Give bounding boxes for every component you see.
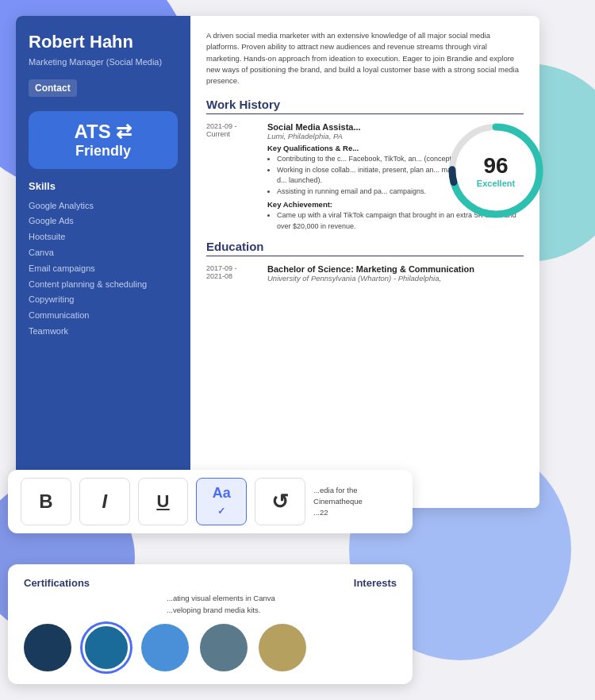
swatch-gold[interactable] <box>259 624 306 671</box>
score-circle-container: 96 Excellent <box>444 119 547 222</box>
education-section: Education 2017-09 -2021-08 Bachelor of S… <box>206 240 524 283</box>
color-palette-row <box>24 624 397 671</box>
score-number: 96 <box>477 153 515 179</box>
skill-google-analytics: Google Analytics <box>29 198 178 214</box>
undo-icon: ↺ <box>271 490 289 514</box>
skill-content-planning: Content planning & scheduling <box>29 277 178 293</box>
underline-button[interactable]: U <box>138 478 189 525</box>
skill-copywriting: Copywriting <box>29 292 178 308</box>
candidate-title: Marketing Manager (Social Media) <box>29 56 178 67</box>
education-title: Education <box>206 240 524 256</box>
ats-line2: Friendly <box>40 143 167 160</box>
bold-icon: B <box>39 490 52 513</box>
font-icon: Aa✓ <box>213 485 231 518</box>
edu-degree-1: Bachelor of Science: Marketing & Communi… <box>267 264 524 274</box>
underline-icon: U <box>157 491 170 512</box>
resume-card: Robert Hahn Marketing Manager (Social Me… <box>16 16 539 508</box>
swatch-medium-blue[interactable] <box>83 624 130 671</box>
undo-button[interactable]: ↺ <box>255 478 305 525</box>
skill-google-ads: Google Ads <box>29 213 178 229</box>
contact-label: Contact <box>29 79 77 97</box>
interests-line1: ...ating visual elements in Canva <box>167 592 397 604</box>
right-text-1: ...edia for the Cinematheque <box>313 485 400 508</box>
swatch-steel-blue[interactable] <box>200 624 248 671</box>
palette-header: Certifications Interests <box>24 577 397 589</box>
candidate-name: Robert Hahn <box>29 32 178 52</box>
work-history-title: Work History <box>206 98 524 114</box>
sidebar: Robert Hahn Marketing Manager (Social Me… <box>16 16 190 508</box>
work-date-1: 2021-09 -Current <box>206 122 258 232</box>
score-label: Excellent <box>477 179 515 188</box>
interests-text: ...ating visual elements in Canva ...vel… <box>167 592 397 616</box>
certifications-label: Certifications <box>24 577 90 589</box>
skill-teamwork: Teamwork <box>29 324 178 340</box>
ats-text: ATS ⇄ <box>40 121 167 143</box>
toolbar-right-text: ...edia for the Cinematheque ...22 <box>313 485 400 519</box>
right-text-2: ...22 <box>313 507 400 518</box>
font-button[interactable]: Aa✓ <box>196 478 247 525</box>
skill-hootsuite: Hootsuite <box>29 229 178 245</box>
skills-label: Skills <box>29 180 178 192</box>
swatch-dark-navy[interactable] <box>24 624 71 671</box>
edu-entry-1: 2017-09 -2021-08 Bachelor of Science: Ma… <box>206 264 524 283</box>
ats-badge: ATS ⇄ Friendly <box>29 111 178 169</box>
skill-email-campaigns: Email campaigns <box>29 261 178 277</box>
interests-label: Interests <box>354 577 397 589</box>
palette-card: Certifications Interests ...ating visual… <box>8 564 413 684</box>
skills-section: Skills Google Analytics Google Ads Hoots… <box>29 180 178 340</box>
toolbar-card: B I U Aa✓ ↺ ...edia for the Cinematheque… <box>8 470 413 533</box>
interests-line2: ...veloping brand media kits. <box>167 604 397 616</box>
resume-content: A driven social media marketer with an e… <box>190 16 539 508</box>
edu-date-1: 2017-09 -2021-08 <box>206 264 258 283</box>
edu-body-1: Bachelor of Science: Marketing & Communi… <box>267 264 524 283</box>
bold-button[interactable]: B <box>21 478 71 525</box>
summary-text: A driven social media marketer with an e… <box>206 30 524 87</box>
skill-canva: Canva <box>29 245 178 261</box>
italic-button[interactable]: I <box>79 478 130 525</box>
edu-school-1: University of Pennsylvania (Wharton) - P… <box>267 274 524 283</box>
italic-icon: I <box>102 490 107 513</box>
skill-communication: Communication <box>29 308 178 324</box>
ats-line1: ATS ⇄ <box>75 121 132 143</box>
swatch-light-blue[interactable] <box>141 624 189 671</box>
